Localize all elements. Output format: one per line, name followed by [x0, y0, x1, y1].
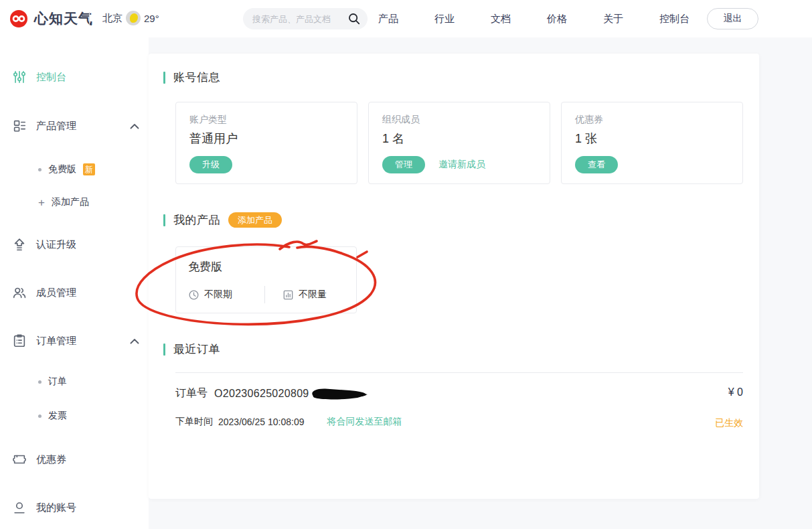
new-badge: 新 — [83, 163, 95, 175]
card-value: 1 张 — [575, 131, 729, 147]
nav-products[interactable]: 产品 — [378, 13, 398, 25]
free-plan-card[interactable]: 免费版 不限期 — [175, 246, 357, 313]
quota-label: 不限量 — [299, 289, 327, 301]
sidebar-subitem-add-product[interactable]: + 添加产品 — [38, 194, 89, 210]
order-number: O20230625020809 — [214, 388, 309, 400]
sidebar-item-label: 我的账号 — [36, 502, 76, 514]
sidebar-subitem-label: 免费版 — [48, 163, 76, 175]
nav-pricing[interactable]: 价格 — [547, 13, 567, 25]
weather-icon — [126, 11, 141, 25]
bullet-icon — [38, 380, 42, 384]
sidebar-item-label: 优惠券 — [36, 453, 66, 466]
upgrade-arrow-icon — [12, 237, 27, 252]
location-weather[interactable]: 北京 29° — [102, 11, 159, 25]
duration-info: 不限期 — [188, 289, 232, 301]
section-accent-bar — [163, 72, 165, 84]
search-input[interactable] — [252, 14, 347, 24]
sidebar-subitem-free-plan[interactable]: 免费版 新 — [38, 161, 95, 177]
add-product-button[interactable]: 添加产品 — [228, 212, 282, 228]
order-divider-top — [175, 372, 743, 373]
section-accent-bar — [163, 344, 165, 356]
nav-docs[interactable]: 文档 — [491, 13, 511, 25]
order-time-label: 下单时间 — [175, 416, 213, 428]
layout-grid-icon — [12, 119, 27, 133]
main-panel: 账号信息 账户类型 普通用户 升级 组织成员 1 名 管理 邀请新成员 优惠券 … — [149, 54, 759, 499]
chevron-up-icon[interactable] — [130, 123, 139, 129]
card-value: 1 名 — [382, 131, 536, 147]
nav-about[interactable]: 关于 — [603, 13, 623, 25]
clock-icon — [188, 289, 199, 301]
sidebar-item-label: 成员管理 — [36, 287, 76, 299]
bullet-icon — [38, 168, 42, 171]
invite-members-link[interactable]: 邀请新成员 — [438, 159, 485, 171]
people-icon — [12, 285, 27, 300]
sidebar-item-coupons[interactable]: 优惠券 — [12, 450, 66, 469]
main-nav: 产品 行业 文档 价格 关于 控制台 — [378, 0, 689, 37]
plus-icon: + — [38, 197, 45, 208]
upgrade-button[interactable]: 升级 — [189, 156, 232, 173]
seniverse-console-page: 心知天气 北京 29° 产品 行业 文档 价格 关于 控制台 退出 — [0, 0, 812, 529]
sidebar-item-label: 产品管理 — [36, 120, 76, 133]
sidebar-item-label: 控制台 — [36, 71, 66, 84]
logo[interactable]: 心知天气 — [9, 9, 93, 28]
card-value: 普通用户 — [189, 131, 343, 147]
sidebar-subitem-invoices[interactable]: 发票 — [38, 408, 67, 424]
logo-text: 心知天气 — [34, 9, 93, 28]
account-person-icon — [12, 500, 27, 515]
send-contract-link[interactable]: 将合同发送至邮箱 — [327, 416, 402, 428]
infinity-logo-icon — [9, 9, 28, 28]
ticket-icon — [12, 452, 27, 467]
clipboard-list-icon — [12, 333, 27, 348]
sidebar-item-order-management[interactable]: 订单管理 — [12, 331, 76, 350]
my-products-section-title: 我的产品 添加产品 — [163, 212, 282, 228]
view-button[interactable]: 查看 — [575, 156, 618, 173]
order-row-number: 订单号 O20230625020809 — [175, 386, 368, 400]
card-label: 组织成员 — [382, 114, 536, 126]
nav-console[interactable]: 控制台 — [659, 13, 689, 25]
search-icon[interactable] — [347, 12, 361, 25]
order-time: 2023/06/25 10:08:09 — [218, 417, 304, 427]
card-label: 优惠券 — [575, 114, 729, 126]
quota-info: 不限量 — [282, 289, 327, 301]
card-label: 账户类型 — [189, 114, 343, 126]
duration-label: 不限期 — [204, 289, 232, 301]
bar-chart-icon — [282, 289, 294, 301]
order-amount: ¥ 0 — [728, 386, 743, 398]
sidebar-subitem-label: 添加产品 — [52, 196, 89, 208]
section-accent-bar — [163, 214, 165, 226]
section-title-text: 我的产品 — [173, 212, 220, 228]
product-title: 免费版 — [188, 259, 344, 275]
topbar-divider — [89, 12, 90, 25]
sidebar-item-label: 认证升级 — [36, 238, 76, 251]
section-title-text: 账号信息 — [173, 70, 220, 85]
logout-button[interactable]: 退出 — [707, 8, 758, 29]
account-info-section-title: 账号信息 — [163, 70, 220, 85]
nav-industries[interactable]: 行业 — [434, 13, 455, 25]
sidebar-subitem-orders[interactable]: 订单 — [38, 374, 67, 390]
sidebar-item-member-management[interactable]: 成员管理 — [12, 283, 76, 302]
sliders-icon — [12, 70, 27, 84]
sidebar-item-label: 订单管理 — [36, 335, 76, 348]
sidebar-item-certification-upgrade[interactable]: 认证升级 — [12, 235, 76, 254]
top-bar: 心知天气 北京 29° 产品 行业 文档 价格 关于 控制台 退出 — [0, 0, 812, 37]
vertical-divider — [264, 286, 265, 303]
sidebar-item-my-account[interactable]: 我的账号 — [12, 498, 76, 517]
sidebar-subitem-label: 订单 — [48, 376, 67, 388]
redaction-marker — [311, 386, 368, 400]
order-status-badge: 已生效 — [715, 417, 743, 429]
recent-orders-section-title: 最近订单 — [163, 342, 220, 357]
org-members-card: 组织成员 1 名 管理 邀请新成员 — [368, 102, 550, 184]
chevron-up-icon[interactable] — [130, 338, 139, 344]
section-title-text: 最近订单 — [173, 342, 220, 357]
temperature-label: 29° — [144, 13, 159, 24]
search-box — [243, 8, 368, 29]
account-type-card: 账户类型 普通用户 升级 — [175, 102, 357, 184]
sidebar-subitem-label: 发票 — [48, 410, 67, 422]
coupons-card: 优惠券 1 张 查看 — [561, 102, 743, 184]
manage-button[interactable]: 管理 — [382, 156, 425, 173]
location-label: 北京 — [102, 12, 123, 25]
sidebar-item-product-management[interactable]: 产品管理 — [12, 117, 76, 135]
order-row-meta: 下单时间 2023/06/25 10:08:09 将合同发送至邮箱 — [175, 416, 402, 428]
order-number-label: 订单号 — [175, 386, 208, 400]
sidebar-item-console[interactable]: 控制台 — [12, 68, 66, 86]
